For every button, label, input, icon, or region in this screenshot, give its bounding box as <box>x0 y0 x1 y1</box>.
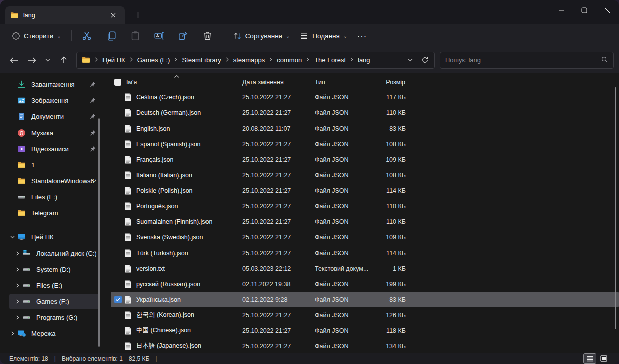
more-options-button[interactable]: ... <box>353 27 371 44</box>
sidebar-item-музика[interactable]: Музика <box>4 125 99 141</box>
column-header-name[interactable]: Ім'я <box>111 77 236 87</box>
row-checkbox[interactable] <box>114 140 122 148</box>
file-row[interactable]: Italiano (Italian).json25.10.2022 21:27Ф… <box>111 167 619 183</box>
sidebar-scrollbar[interactable] <box>98 118 100 347</box>
sidebar-item-telegram[interactable]: Telegram <box>4 205 99 221</box>
address-bar[interactable]: Цей ПКGames (F:)SteamLibrarysteamappscom… <box>76 52 435 69</box>
file-row[interactable]: 中国 (Chinese).json25.10.2022 21:27Файл JS… <box>111 323 619 338</box>
row-checkbox[interactable] <box>114 296 122 303</box>
row-checkbox[interactable] <box>114 311 122 319</box>
chevron-right-icon[interactable] <box>12 251 22 256</box>
breadcrumb-segment[interactable]: SteamLibrary <box>178 55 224 65</box>
tab-close-icon[interactable] <box>107 9 120 21</box>
file-row[interactable]: Deutsch (German).json25.10.2022 21:27Фай… <box>111 105 619 120</box>
sidebar-item-мережа[interactable]: Мережа <box>4 326 99 341</box>
file-list-scrollbar[interactable] <box>615 87 616 329</box>
rename-button[interactable] <box>150 27 169 44</box>
row-checkbox[interactable] <box>114 265 122 272</box>
row-checkbox[interactable] <box>114 187 122 194</box>
search-icon[interactable] <box>601 56 608 65</box>
sidebar-item-files-e-[interactable]: Files (E:) <box>9 278 99 293</box>
sidebar-item-локальний-диск-c-[interactable]: Локальний диск (C:) <box>9 246 99 261</box>
sidebar-item-цей-пк[interactable]: Цей ПК <box>4 229 99 245</box>
sidebar-item-документи[interactable]: Документи <box>4 109 99 125</box>
breadcrumb-segment[interactable]: Цей ПК <box>99 55 129 65</box>
file-row[interactable]: Svenska (Swedish).json25.10.2022 21:27Фа… <box>111 229 619 245</box>
sidebar-item-1[interactable]: 1 <box>4 157 99 173</box>
file-row[interactable]: Türk (Turkish).json25.10.2022 21:27Файл … <box>111 245 619 261</box>
row-checkbox[interactable] <box>114 202 122 210</box>
chevron-down-icon[interactable] <box>7 234 17 240</box>
breadcrumb-segment[interactable]: lang <box>354 55 374 65</box>
row-checkbox[interactable] <box>114 218 122 225</box>
file-row[interactable]: 한국의 (Korean).json25.10.2022 21:27Файл JS… <box>111 307 619 323</box>
select-all-checkbox[interactable] <box>114 79 121 86</box>
sidebar-item-standalonewindows64[interactable]: StandaloneWindows64 <box>4 173 99 189</box>
new-tab-button[interactable] <box>131 8 145 21</box>
close-button[interactable] <box>596 0 619 20</box>
row-checkbox[interactable] <box>114 327 122 334</box>
breadcrumb-segment[interactable]: The Forest <box>311 55 349 65</box>
row-checkbox[interactable] <box>114 342 122 350</box>
column-header-type[interactable]: Тип <box>311 77 381 87</box>
address-dropdown-chevron-icon[interactable] <box>404 52 417 68</box>
row-checkbox[interactable] <box>114 109 122 116</box>
back-button[interactable] <box>5 52 22 68</box>
file-row[interactable]: 日本語 (Japanese).json25.10.2022 21:27Файл … <box>111 338 619 354</box>
tab-lang[interactable]: lang <box>5 6 125 24</box>
minimize-button[interactable] <box>550 0 573 20</box>
file-row[interactable]: English.json20.08.2022 11:07Файл JSON83 … <box>111 120 619 136</box>
cut-button[interactable] <box>77 27 96 44</box>
sort-button[interactable]: Сортування ⌄ <box>229 27 295 44</box>
column-header-size[interactable]: Розмір <box>381 77 409 87</box>
sidebar-item-files-e-[interactable]: Files (E:) <box>4 189 99 205</box>
file-row[interactable]: Français.json25.10.2022 21:27Файл JSON10… <box>111 152 619 167</box>
search-input[interactable]: Пошук: lang <box>440 52 614 69</box>
file-icon <box>125 156 132 164</box>
column-header-date[interactable]: Дата змінення <box>236 77 311 87</box>
paste-button[interactable] <box>126 27 145 44</box>
chevron-right-icon[interactable] <box>12 283 22 288</box>
file-row[interactable]: Español (Spanish).json25.10.2022 21:27Фа… <box>111 136 619 152</box>
refresh-icon[interactable] <box>417 52 432 68</box>
view-button[interactable]: Подання ⌄ <box>295 27 352 44</box>
file-row[interactable]: version.txt05.03.2023 22:12Текстовий док… <box>111 261 619 276</box>
file-row[interactable]: Українська.json02.12.2022 9:28Файл JSON8… <box>111 292 619 307</box>
sidebar-item-зображення[interactable]: Зображення <box>4 93 99 108</box>
file-row[interactable]: Polskie (Polish).json25.10.2022 21:27Фай… <box>111 183 619 198</box>
large-icons-view-icon[interactable] <box>598 354 610 363</box>
breadcrumb-segment[interactable]: Games (F:) <box>134 55 174 65</box>
up-button[interactable] <box>55 52 72 68</box>
row-checkbox[interactable] <box>114 249 122 257</box>
create-button[interactable]: Створити ⌄ <box>7 27 66 44</box>
details-view-icon[interactable] <box>584 354 596 363</box>
sidebar-item-system-d-[interactable]: System (D:) <box>9 262 99 277</box>
chevron-right-icon[interactable] <box>12 267 22 272</box>
chevron-right-icon[interactable] <box>12 299 22 304</box>
sidebar-item-завантаження[interactable]: Завантаження <box>4 77 99 92</box>
copy-button[interactable] <box>101 27 121 44</box>
row-checkbox[interactable] <box>114 125 122 132</box>
breadcrumb-segment[interactable]: steamapps <box>230 55 269 65</box>
file-type: Файл JSON <box>311 281 381 288</box>
row-checkbox[interactable] <box>114 93 122 101</box>
breadcrumb-segment[interactable]: common <box>273 55 305 65</box>
sidebar-item-відеозаписи[interactable]: Відеозаписи <box>4 141 99 157</box>
row-checkbox[interactable] <box>114 233 122 241</box>
row-checkbox[interactable] <box>114 171 122 179</box>
file-row[interactable]: Suomalainen (Finnish).json25.10.2022 21:… <box>111 214 619 229</box>
chevron-right-icon[interactable] <box>7 331 17 336</box>
file-row[interactable]: Português.json25.10.2022 21:27Файл JSON1… <box>111 198 619 214</box>
delete-button[interactable] <box>198 27 217 44</box>
sidebar-item-programs-g-[interactable]: Programs (G:) <box>9 310 99 325</box>
file-row[interactable]: русский (Russian).json02.11.2022 19:38Фа… <box>111 276 619 292</box>
sidebar-item-games-f-[interactable]: Games (F:) <box>9 294 99 309</box>
share-button[interactable] <box>174 27 193 44</box>
row-checkbox[interactable] <box>114 280 122 288</box>
forward-button[interactable] <box>23 52 40 68</box>
recent-locations-chevron-icon[interactable] <box>41 52 54 68</box>
maximize-button[interactable] <box>573 0 596 20</box>
file-row[interactable]: Čeština (Czech).json25.10.2022 21:27Файл… <box>111 89 619 105</box>
row-checkbox[interactable] <box>114 156 122 163</box>
chevron-right-icon[interactable] <box>12 315 22 320</box>
